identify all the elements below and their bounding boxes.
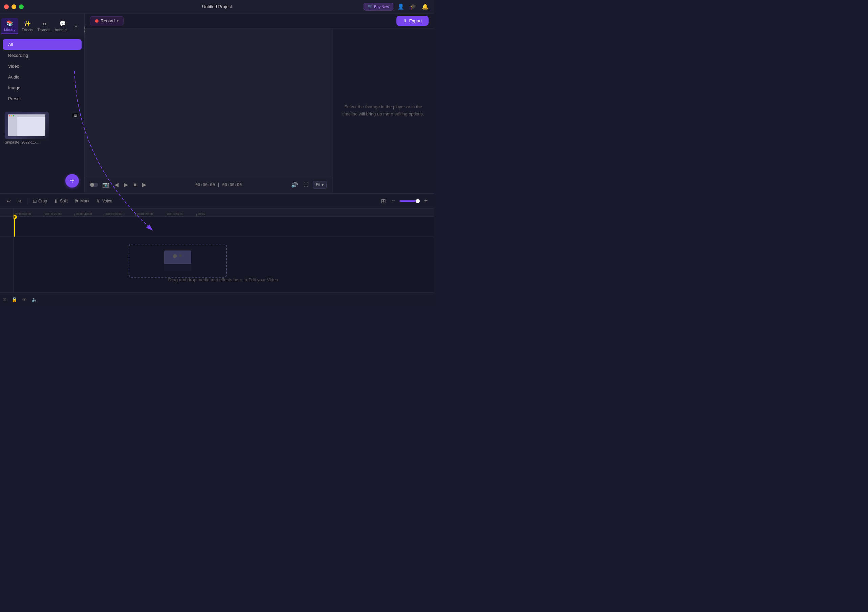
thumb-dot-green: [13, 115, 14, 116]
player-props-row: 📷 ◀ ▶ ■ ▶ 00:00:00 | 00:00:00 🔊 ⛶: [85, 28, 434, 193]
traffic-lights: [4, 5, 24, 9]
sidebar-item-video[interactable]: Video: [3, 61, 82, 71]
timeline-body: 00:00:00:00 00:00:20:00 00:00:40:00 00:0…: [0, 209, 434, 293]
buy-now-button[interactable]: 🛒 Buy Now: [364, 3, 394, 11]
svg-marker-2: [171, 256, 184, 262]
screenshot-button[interactable]: 📷: [101, 180, 110, 189]
effects-tab-icon: ✨: [24, 20, 31, 27]
undo-icon: ↩: [7, 198, 11, 204]
fit-select[interactable]: Fit ▾: [313, 181, 327, 189]
record-label: Record: [101, 18, 115, 23]
ruler-mark-6: 00:02: [196, 212, 227, 215]
left-panel: 📚 Library ✨ Effects ⏭ Transiti... 💬 Anno…: [0, 14, 85, 193]
player-main: 📷 ◀ ▶ ■ ▶ 00:00:00 | 00:00:00 🔊 ⛶: [85, 28, 332, 193]
tab-bar: 📚 Library ✨ Effects ⏭ Transiti... 💬 Anno…: [0, 14, 84, 36]
timeline-ruler: 00:00:00:00 00:00:20:00 00:00:40:00 00:0…: [14, 209, 434, 217]
volume-button[interactable]: 🔊: [290, 180, 299, 189]
window-title: Untitled Project: [202, 4, 232, 9]
media-item-name: Snipaste_2022-11-...: [5, 140, 49, 144]
track-lock-button[interactable]: 🔓: [10, 296, 19, 304]
tab-library[interactable]: 📚 Library: [2, 18, 18, 34]
buy-now-label: Buy Now: [374, 5, 389, 9]
fit-chevron-icon: ▾: [322, 183, 324, 187]
ruler-mark-2: 00:00:40:00: [74, 212, 105, 215]
sidebar-item-recording[interactable]: Recording: [3, 50, 82, 60]
sidebar-item-image[interactable]: Image: [3, 82, 82, 93]
play-button[interactable]: ▶: [122, 180, 129, 189]
transitions-tab-icon: ⏭: [42, 21, 48, 27]
track-controls-row: 01 🔓 👁 🔈: [0, 293, 434, 306]
zoom-out-button[interactable]: −: [389, 197, 397, 205]
crop-button[interactable]: ⊡ Crop: [30, 197, 50, 206]
zoom-fit-button[interactable]: ⊞: [379, 197, 387, 205]
tab-transitions[interactable]: ⏭ Transiti...: [37, 19, 53, 34]
tab-effects-label: Effects: [22, 28, 33, 32]
add-media-button[interactable]: +: [65, 174, 79, 187]
media-item-snipaste[interactable]: 🖼 Snipaste_2022-11-...: [4, 111, 80, 145]
tab-effects[interactable]: ✨ Effects: [19, 18, 36, 34]
thumb-side: [8, 117, 18, 136]
ruler-mark-0: 00:00:00:00: [14, 212, 44, 215]
tab-annotations-label: Annotat...: [54, 28, 70, 32]
playhead[interactable]: ⇕: [14, 217, 15, 237]
sidebar: All Recording Video Audio Image Preset: [0, 36, 84, 107]
redo-button[interactable]: ↪: [15, 197, 24, 206]
voice-button[interactable]: 🎙 Voice: [93, 197, 115, 206]
sidebar-item-all[interactable]: All: [3, 39, 82, 50]
main-layout: 📚 Library ✨ Effects ⏭ Transiti... 💬 Anno…: [0, 14, 434, 306]
drop-zone[interactable]: [129, 244, 227, 277]
sidebar-item-preset[interactable]: Preset: [3, 93, 82, 104]
timeline-tracks: 00:00:00:00 00:00:20:00 00:00:40:00 00:0…: [14, 209, 434, 293]
record-chevron-icon: ▾: [117, 19, 118, 23]
zoom-in-button[interactable]: +: [422, 197, 430, 205]
tab-library-label: Library: [4, 28, 16, 31]
tab-annotations[interactable]: 💬 Annotat...: [54, 18, 71, 34]
track-number: 01: [3, 297, 7, 302]
maximize-button[interactable]: [19, 5, 24, 9]
notification-icon[interactable]: 🔔: [420, 2, 430, 11]
time-separator: |: [217, 183, 222, 187]
library-tab-icon: 📚: [6, 20, 13, 26]
player-toolbar: Record ▾ ⬆ Export: [85, 14, 434, 28]
zoom-slider-thumb: [416, 199, 420, 203]
split-icon: ⏸: [54, 198, 59, 204]
track-label-1: [0, 217, 13, 237]
ruler-mark-3: 00:01:00:00: [105, 212, 135, 215]
plus-icon: +: [70, 176, 74, 186]
fullscreen-button[interactable]: ⛶: [302, 180, 310, 189]
skip-forward-button[interactable]: ▶: [141, 180, 147, 189]
zoom-slider[interactable]: [400, 200, 420, 202]
player-canvas[interactable]: [85, 28, 332, 176]
properties-panel: Select the footage in the player or in t…: [332, 28, 434, 193]
record-button[interactable]: Record ▾: [90, 16, 124, 25]
time-display: 00:00:00 | 00:00:00: [150, 183, 287, 187]
player-controls: 📷 ◀ ▶ ■ ▶ 00:00:00 | 00:00:00 🔊 ⛶: [85, 176, 332, 193]
split-button[interactable]: ⏸ Split: [51, 197, 70, 206]
drop-placeholder: [164, 251, 191, 271]
export-button[interactable]: ⬆ Export: [397, 16, 429, 26]
export-label: Export: [409, 18, 422, 23]
thumbnail-inner: [5, 112, 49, 139]
player-progress-bar[interactable]: [90, 183, 98, 187]
minimize-button[interactable]: [11, 5, 16, 9]
annotations-tab-icon: 💬: [59, 20, 66, 27]
thumb-bar: [8, 115, 46, 117]
user-icon[interactable]: 👤: [396, 2, 406, 11]
time-current: 00:00:00: [195, 183, 215, 187]
stop-button[interactable]: ■: [132, 180, 138, 189]
mark-button[interactable]: ⚑ Mark: [72, 197, 92, 206]
drop-placeholder-graphic: [164, 251, 191, 264]
more-tabs-button[interactable]: »: [72, 22, 80, 30]
track-eye-button[interactable]: 👁: [21, 296, 28, 304]
sidebar-item-audio[interactable]: Audio: [3, 72, 82, 82]
undo-button[interactable]: ↩: [4, 197, 14, 206]
track-mute-button[interactable]: 🔈: [30, 296, 39, 304]
track-labels: [0, 209, 14, 293]
graduation-icon[interactable]: 🎓: [408, 2, 418, 11]
close-button[interactable]: [4, 5, 9, 9]
ruler-mark-4: 00:01:20:00: [135, 212, 166, 215]
thumb-dot-yellow: [11, 115, 12, 116]
ruler-label-spacer: [0, 209, 13, 217]
media-grid: 🖼 Snipaste_2022-11-... +: [0, 107, 84, 193]
skip-back-button[interactable]: ◀: [113, 180, 120, 189]
